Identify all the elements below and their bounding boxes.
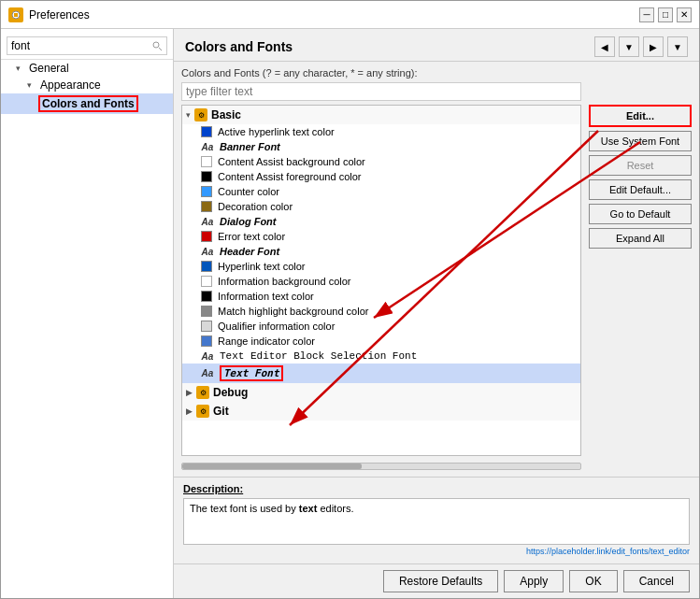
item-label: Banner Font — [220, 141, 280, 152]
expand-arrow: ▾ — [16, 64, 25, 73]
font-icon: Aa — [201, 351, 214, 362]
color-swatch — [201, 261, 212, 272]
search-input[interactable] — [7, 36, 167, 55]
list-item[interactable]: Aa Text Editor Block Selection Font — [182, 349, 580, 364]
item-label: Decoration color — [218, 201, 293, 212]
forward-button[interactable]: ▶ — [643, 36, 664, 57]
right-buttons-panel: Edit... Use System Font Reset Edit Defau… — [589, 67, 692, 471]
maximize-button[interactable]: □ — [658, 7, 673, 22]
basic-section-header[interactable]: ▾ ⚙ Basic — [182, 106, 580, 124]
content-area: ▾ General ▾ Appearance Colors and Fonts … — [1, 29, 699, 598]
list-item[interactable]: Aa Banner Font — [182, 139, 580, 154]
debug-section: ▶ ⚙ Debug — [182, 383, 580, 402]
cancel-button[interactable]: Cancel — [623, 570, 690, 592]
sidebar-item-general[interactable]: ▾ General — [1, 60, 173, 77]
section-icon: ⚙ — [196, 405, 209, 418]
list-item[interactable]: Error text color — [182, 229, 580, 244]
basic-section: ▾ ⚙ Basic Active hyperlink text color Aa — [182, 106, 580, 383]
section-label: Debug — [213, 386, 248, 399]
sidebar-item-label: Appearance — [40, 78, 101, 92]
main-panel: Colors and Fonts ◀ ▼ ▶ ▼ Colors and Font… — [174, 29, 699, 598]
item-label: Text Font — [220, 365, 283, 381]
section-label: Basic — [211, 108, 241, 121]
item-label: Content Assist foreground color — [218, 171, 361, 182]
close-button[interactable]: ✕ — [677, 7, 692, 22]
minimize-button[interactable]: ─ — [639, 7, 654, 22]
color-swatch — [201, 335, 212, 347]
item-label: Active hyperlink text color — [218, 126, 335, 137]
tree-view[interactable]: ▾ ⚙ Basic Active hyperlink text color Aa — [181, 105, 581, 456]
list-item[interactable]: Information background color — [182, 274, 580, 289]
color-swatch — [201, 231, 212, 242]
filter-input[interactable] — [181, 82, 581, 101]
item-label: Range indicator color — [218, 335, 315, 347]
color-swatch — [201, 291, 212, 302]
edit-default-button[interactable]: Edit Default... — [589, 179, 692, 200]
reset-button[interactable]: Reset — [589, 155, 692, 176]
list-item-text-font[interactable]: Aa Text Font — [182, 364, 580, 383]
header-buttons: ◀ ▼ ▶ ▼ — [594, 36, 688, 57]
git-section-header[interactable]: ▶ ⚙ Git — [182, 402, 580, 421]
item-label: Dialog Font — [220, 216, 277, 227]
back-dropdown[interactable]: ▼ — [619, 36, 639, 57]
expand-arrow: ▾ — [27, 80, 36, 90]
colors-panel: Colors and Fonts (? = any character, * =… — [181, 67, 581, 471]
description-panel: Description: The text font is used by te… — [174, 477, 699, 563]
list-item[interactable]: Qualifier information color — [182, 319, 580, 334]
color-swatch — [201, 276, 212, 287]
horizontal-scrollbar[interactable] — [181, 462, 581, 471]
sidebar-item-label: Colors and Fonts — [38, 95, 138, 112]
ok-button[interactable]: OK — [569, 570, 617, 592]
list-item[interactable]: Decoration color — [182, 199, 580, 214]
section-expand-arrow: ▶ — [186, 406, 193, 416]
list-item[interactable]: Counter color — [182, 184, 580, 199]
debug-section-header[interactable]: ▶ ⚙ Debug — [182, 383, 580, 402]
color-swatch — [201, 321, 212, 332]
description-label: Description: — [183, 483, 690, 494]
scrollbar-track — [181, 463, 581, 470]
search-bar — [1, 33, 173, 60]
list-item[interactable]: Aa Dialog Font — [182, 214, 580, 229]
back-button[interactable]: ◀ — [594, 36, 615, 57]
color-swatch — [201, 306, 212, 317]
main-content: Colors and Fonts (? = any character, * =… — [174, 62, 699, 477]
color-swatch — [201, 171, 212, 182]
list-item[interactable]: Active hyperlink text color — [182, 124, 580, 139]
app-icon — [8, 7, 23, 22]
use-system-font-button[interactable]: Use System Font — [589, 131, 692, 151]
description-box: The text font is used by text editors. — [183, 498, 690, 545]
font-icon: Aa — [201, 247, 214, 257]
item-label: Text Editor Block Selection Font — [220, 350, 417, 362]
font-icon: Aa — [201, 142, 214, 152]
list-item[interactable]: Aa Header Font — [182, 244, 580, 259]
text-highlight: text — [299, 503, 318, 514]
section-label: Git — [213, 405, 229, 418]
color-swatch — [201, 126, 212, 137]
sidebar-item-label: General — [29, 62, 69, 75]
forward-dropdown[interactable]: ▼ — [667, 36, 688, 57]
list-item[interactable]: Hyperlink text color — [182, 259, 580, 274]
font-icon: Aa — [201, 217, 214, 227]
list-item[interactable]: Content Assist foreground color — [182, 169, 580, 184]
list-item[interactable]: Range indicator color — [182, 334, 580, 349]
list-item[interactable]: Match highlight background color — [182, 304, 580, 319]
item-label: Content Assist background color — [218, 156, 365, 167]
item-label: Match highlight background color — [218, 306, 368, 317]
expand-all-button[interactable]: Expand All — [589, 228, 692, 249]
restore-defaults-button[interactable]: Restore Defaults — [383, 570, 498, 592]
section-icon: ⚙ — [196, 386, 209, 399]
item-label: Header Font — [220, 246, 279, 257]
color-swatch — [201, 186, 212, 197]
section-icon: ⚙ — [194, 108, 207, 121]
preferences-window: Preferences ─ □ ✕ ▾ General ▾ Appearance… — [0, 0, 700, 599]
svg-rect-1 — [14, 13, 18, 17]
edit-button[interactable]: Edit... — [589, 105, 692, 127]
list-item[interactable]: Content Assist background color — [182, 154, 580, 169]
sidebar-item-appearance[interactable]: ▾ Appearance — [1, 77, 173, 93]
sidebar-item-colors-fonts[interactable]: Colors and Fonts — [1, 93, 173, 114]
apply-button[interactable]: Apply — [504, 570, 564, 592]
go-to-default-button[interactable]: Go to Default — [589, 204, 692, 224]
list-item[interactable]: Information text color — [182, 289, 580, 304]
section-expand-arrow: ▶ — [186, 388, 193, 397]
item-label: Information background color — [218, 276, 350, 287]
